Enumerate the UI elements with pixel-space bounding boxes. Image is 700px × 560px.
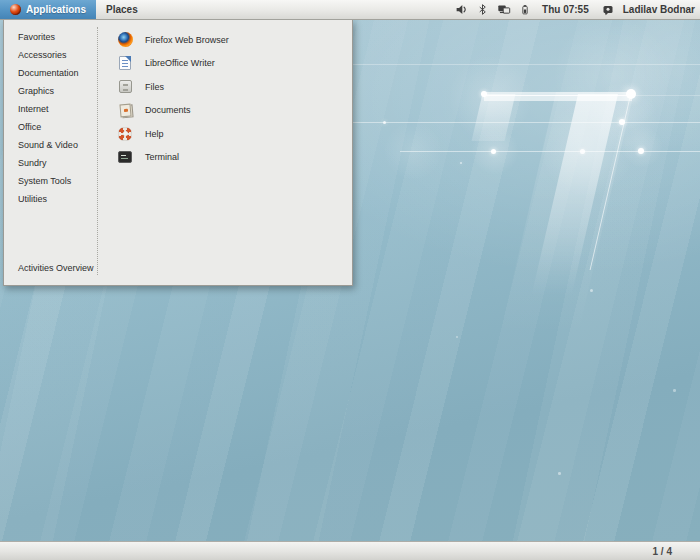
wallpaper-node [558, 472, 561, 475]
app-label: Files [145, 82, 164, 92]
category-utilities[interactable]: Utilities [4, 190, 96, 208]
documents-icon [117, 102, 133, 118]
applications-menu-label: Applications [26, 4, 86, 15]
wallpaper-node [481, 91, 487, 97]
wallpaper-node [491, 149, 496, 154]
wallpaper-line [484, 95, 632, 96]
app-item-libreoffice-writer[interactable]: LibreOffice Writer [109, 52, 348, 76]
battery-icon[interactable] [518, 3, 532, 17]
workspace-indicator[interactable]: 1 / 4 [653, 546, 672, 557]
top-panel: Applications Places Thu 07:55 [0, 0, 700, 20]
activities-overview-button[interactable]: Activities Overview [4, 259, 94, 277]
category-internet[interactable]: Internet [4, 100, 96, 118]
user-status-icon [601, 3, 615, 17]
bottom-panel: 1 / 4 [0, 541, 700, 560]
help-icon [117, 126, 133, 142]
volume-icon[interactable] [455, 3, 469, 17]
applications-menu-popup: Favorites Accessories Documentation Grap… [3, 20, 353, 286]
files-icon [117, 79, 133, 95]
wallpaper-node [673, 389, 676, 392]
network-icon[interactable] [497, 3, 511, 17]
app-label: Documents [145, 105, 191, 115]
wallpaper-node [460, 162, 462, 164]
wallpaper-node [590, 289, 593, 292]
category-favorites[interactable]: Favorites [4, 28, 96, 46]
app-item-firefox[interactable]: Firefox Web Browser [109, 28, 348, 52]
desktop: Applications Places Thu 07:55 [0, 0, 700, 560]
wallpaper-line [352, 122, 700, 123]
wallpaper-line [632, 95, 700, 96]
places-menu-button[interactable]: Places [96, 0, 148, 19]
clock[interactable]: Thu 07:55 [542, 4, 589, 15]
wallpaper-glow [621, 126, 663, 168]
app-label: Firefox Web Browser [145, 35, 229, 45]
firefox-icon [117, 32, 133, 48]
user-menu-button[interactable]: Ladilav Bodnar [598, 3, 695, 17]
wallpaper-line [352, 64, 700, 65]
user-name: Ladilav Bodnar [623, 4, 695, 15]
app-item-help[interactable]: Help [109, 122, 348, 146]
panel-status-area: Thu 07:55 Ladilav Bodnar [451, 0, 700, 19]
category-accessories[interactable]: Accessories [4, 46, 96, 64]
menu-separator [97, 27, 98, 275]
wallpaper-node [580, 149, 585, 154]
wallpaper-node [619, 119, 625, 125]
panel-menus: Applications Places [0, 0, 148, 19]
wallpaper-node [638, 148, 644, 154]
app-label: LibreOffice Writer [145, 58, 215, 68]
category-system-tools[interactable]: System Tools [4, 172, 96, 190]
category-graphics[interactable]: Graphics [4, 82, 96, 100]
app-item-documents[interactable]: Documents [109, 99, 348, 123]
libreoffice-writer-icon [117, 55, 133, 71]
category-office[interactable]: Office [4, 118, 96, 136]
category-sound-video[interactable]: Sound & Video [4, 136, 96, 154]
distro-logo-icon [10, 4, 21, 15]
places-menu-label: Places [106, 4, 138, 15]
app-item-terminal[interactable]: Terminal [109, 146, 348, 170]
applications-menu-button[interactable]: Applications [0, 0, 96, 19]
bluetooth-icon[interactable] [476, 3, 490, 17]
wallpaper-node [383, 121, 386, 124]
wallpaper-node [456, 336, 458, 338]
category-sundry[interactable]: Sundry [4, 154, 96, 172]
app-item-files[interactable]: Files [109, 75, 348, 99]
terminal-icon [117, 149, 133, 165]
app-label: Help [145, 129, 164, 139]
wallpaper-line [400, 151, 700, 152]
category-documentation[interactable]: Documentation [4, 64, 96, 82]
menu-app-list: Firefox Web Browser LibreOffice Writer F… [109, 28, 348, 169]
app-label: Terminal [145, 152, 179, 162]
wallpaper-node [626, 89, 636, 99]
menu-category-list: Favorites Accessories Documentation Grap… [4, 28, 96, 208]
